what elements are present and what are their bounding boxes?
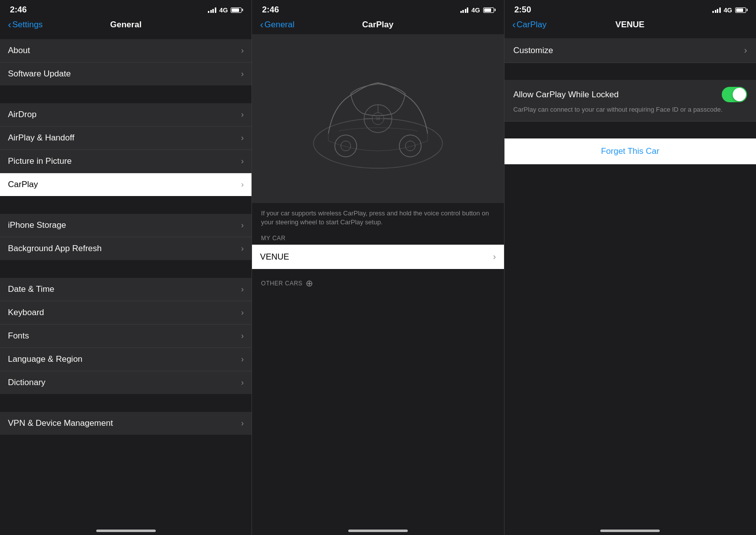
row-fonts[interactable]: Fonts ›: [0, 325, 252, 348]
row-carplay[interactable]: CarPlay ›: [0, 173, 252, 196]
status-icons-3: 4G: [712, 6, 746, 14]
nav-bar-3: ‹ CarPlay VENUE: [504, 17, 756, 34]
network-type-3: 4G: [724, 6, 732, 14]
home-bar-3: [600, 530, 660, 532]
row-vpn[interactable]: VPN & Device Management ›: [0, 412, 252, 435]
back-button-2[interactable]: ‹ General: [260, 19, 294, 30]
my-car-header: MY CAR: [252, 232, 504, 244]
other-cars-header: OTHER CARS ⊕: [252, 270, 504, 291]
chevron-carplay: ›: [241, 180, 244, 189]
back-button-1[interactable]: ‹ Settings: [8, 19, 43, 30]
venue-settings: Customize › Allow CarPlay While Locked C…: [504, 34, 756, 280]
network-type-2: 4G: [471, 6, 480, 14]
toggle-thumb: [733, 88, 746, 101]
section-divider-1: [504, 63, 756, 80]
status-icons-1: 4G: [208, 6, 242, 14]
home-indicator-1: [0, 522, 252, 535]
chevron-bar: ›: [241, 244, 244, 253]
row-customize[interactable]: Customize ›: [504, 38, 756, 63]
chevron-software-update: ›: [241, 69, 244, 78]
row-keyboard[interactable]: Keyboard ›: [0, 301, 252, 325]
nav-title-2: CarPlay: [362, 20, 393, 30]
panel-carplay: 2:46 4G ‹ General CarPlay: [252, 0, 504, 535]
status-icons-2: 4G: [460, 6, 494, 14]
label-language-region: Language & Region: [8, 354, 82, 364]
label-picture-in-picture: Picture in Picture: [8, 156, 72, 166]
network-type-1: 4G: [219, 6, 228, 14]
chevron-pip: ›: [241, 157, 244, 166]
settings-list-1: About › Software Update › AirDrop › AirP…: [0, 34, 252, 435]
add-car-icon[interactable]: ⊕: [306, 278, 313, 289]
chevron-about: ›: [241, 46, 244, 55]
home-bar-1: [96, 530, 156, 532]
label-carplay: CarPlay: [8, 180, 38, 190]
row-airplay-handoff[interactable]: AirPlay & Handoff ›: [0, 127, 252, 150]
other-cars-label: OTHER CARS: [261, 280, 302, 287]
label-dictionary: Dictionary: [8, 378, 46, 388]
forget-car-row[interactable]: Forget This Car: [504, 138, 756, 164]
status-bar-1: 2:46 4G: [0, 0, 252, 17]
label-customize: Customize: [513, 46, 553, 56]
venue-row[interactable]: VENUE ›: [252, 245, 504, 269]
label-airplay-handoff: AirPlay & Handoff: [8, 133, 74, 143]
time-2: 2:46: [262, 5, 279, 15]
venue-bottom-space: [504, 280, 756, 523]
label-iphone-storage: iPhone Storage: [8, 220, 66, 230]
panel-venue: 2:50 4G ‹ CarPlay VENUE Customize ›: [504, 0, 756, 535]
back-label-1: Settings: [12, 20, 43, 30]
time-1: 2:46: [10, 5, 27, 15]
svg-point-8: [399, 135, 421, 157]
label-date-time: Date & Time: [8, 284, 55, 294]
status-bar-3: 2:50 4G: [504, 0, 756, 17]
row-language-region[interactable]: Language & Region ›: [0, 348, 252, 371]
row-iphone-storage[interactable]: iPhone Storage ›: [0, 214, 252, 237]
toggle-allow-carplay-locked[interactable]: [722, 87, 747, 102]
battery-icon-3: [735, 7, 746, 13]
group-3: iPhone Storage › Background App Refresh …: [0, 214, 252, 260]
row-background-app-refresh[interactable]: Background App Refresh ›: [0, 237, 252, 260]
row-allow-carplay-locked: Allow CarPlay While Locked CarPlay can c…: [504, 80, 756, 122]
label-airdrop: AirDrop: [8, 110, 37, 120]
carplay-car-image: [252, 34, 504, 203]
chevron-customize: ›: [744, 45, 747, 56]
label-fonts: Fonts: [8, 331, 29, 341]
car-illustration: [309, 64, 447, 173]
chevron-airdrop: ›: [241, 110, 244, 119]
settings-scroll-1[interactable]: About › Software Update › AirDrop › AirP…: [0, 34, 252, 522]
nav-bar-1: ‹ Settings General: [0, 17, 252, 34]
venue-name: VENUE: [260, 252, 289, 262]
row-date-time[interactable]: Date & Time ›: [0, 278, 252, 301]
back-button-3[interactable]: ‹ CarPlay: [512, 19, 547, 30]
signal-icon-1: [208, 7, 216, 13]
panel-general: 2:46 4G ‹ Settings General: [0, 0, 252, 535]
gap2: [0, 86, 252, 103]
row-software-update[interactable]: Software Update ›: [0, 63, 252, 85]
gap5: [0, 395, 252, 412]
home-indicator-2: [252, 522, 504, 535]
nav-title-1: General: [110, 20, 141, 30]
label-vpn: VPN & Device Management: [8, 418, 113, 428]
back-chevron-1: ‹: [8, 19, 11, 30]
svg-point-6: [335, 135, 357, 157]
chevron-vpn: ›: [241, 419, 244, 428]
label-keyboard: Keyboard: [8, 308, 44, 318]
chevron-fonts: ›: [241, 332, 244, 340]
signal-icon-2: [460, 7, 469, 13]
allow-carplay-locked-top: Allow CarPlay While Locked: [513, 87, 747, 102]
row-airdrop[interactable]: AirDrop ›: [0, 103, 252, 127]
signal-icon-3: [712, 7, 721, 13]
group-2: AirDrop › AirPlay & Handoff › Picture in…: [0, 103, 252, 196]
back-chevron-2: ‹: [260, 19, 263, 30]
forget-car-label: Forget This Car: [601, 146, 659, 156]
gap3: [0, 197, 252, 214]
carplay-desc-text: If your car supports wireless CarPlay, p…: [261, 209, 489, 226]
row-picture-in-picture[interactable]: Picture in Picture ›: [0, 150, 252, 173]
svg-point-0: [314, 119, 442, 168]
home-bar-2: [348, 530, 408, 532]
gap4: [0, 261, 252, 278]
row-dictionary[interactable]: Dictionary ›: [0, 371, 252, 394]
forget-car-section: Forget This Car: [504, 138, 756, 164]
row-about[interactable]: About ›: [0, 39, 252, 63]
other-cars-empty: [252, 291, 504, 522]
carplay-description: If your car supports wireless CarPlay, p…: [252, 203, 504, 232]
